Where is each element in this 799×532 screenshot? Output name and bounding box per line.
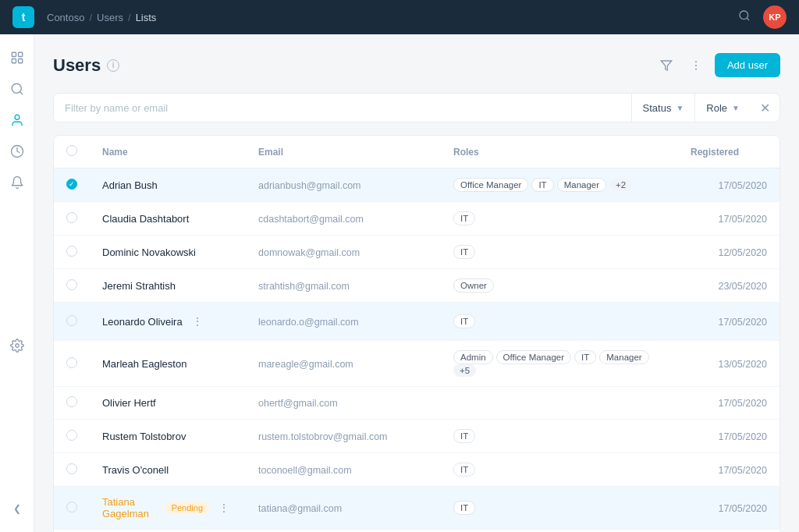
user-name: Dominic Novakowski xyxy=(102,246,196,258)
role-badge: IT xyxy=(453,501,475,515)
svg-point-0 xyxy=(740,11,748,20)
svg-rect-3 xyxy=(18,52,22,56)
status-chevron-icon: ▼ xyxy=(676,104,684,112)
role-badge: IT xyxy=(453,211,475,225)
svg-rect-5 xyxy=(18,59,22,63)
registered-date: 17/05/2020 xyxy=(718,465,767,476)
table-row: Marleah Eaglestonmareagle@gmail.comAdmin… xyxy=(54,341,779,387)
select-all-checkbox[interactable] xyxy=(66,145,77,156)
pending-badge: Pending xyxy=(165,502,209,514)
role-badge: IT xyxy=(453,463,475,477)
more-options-button[interactable] xyxy=(685,55,707,76)
name-cell: Dominic Novakowski xyxy=(102,246,233,258)
user-avatar[interactable]: KP xyxy=(763,5,787,29)
roles-cell: Office Manager xyxy=(441,530,678,533)
table-row: Dominic Novakowskidomnowak@gmail.comIT12… xyxy=(54,236,779,269)
registered-date: 17/05/2020 xyxy=(718,214,767,225)
row-checkbox[interactable] xyxy=(66,279,77,290)
roles-cell: IT xyxy=(441,487,678,530)
table-row: Tatiana GagelmanPending⋮tatiana@gmail.co… xyxy=(54,487,779,530)
row-checkbox[interactable] xyxy=(66,357,77,368)
user-email: leonardo.o@gmail.com xyxy=(258,317,359,328)
roles-cell: IT xyxy=(441,303,678,341)
table-row: Leonardo Oliveira⋮leonardo.o@gmail.comIT… xyxy=(54,303,779,341)
user-email: mareagle@gmail.com xyxy=(258,359,353,370)
registered-date: 17/05/2020 xyxy=(718,317,767,328)
name-cell: Marleah Eagleston xyxy=(102,358,233,370)
col-header-email: Email xyxy=(246,136,441,168)
breadcrumb-users[interactable]: Users xyxy=(97,12,123,23)
svg-rect-4 xyxy=(12,59,16,63)
role-filter-button[interactable]: Role ▼ xyxy=(695,96,751,120)
breadcrumb-current: Lists xyxy=(136,12,157,23)
header-actions: Add user xyxy=(655,53,780,77)
add-user-button[interactable]: Add user xyxy=(715,53,780,77)
row-checkbox[interactable] xyxy=(66,315,77,326)
filter-input[interactable] xyxy=(54,94,631,122)
breadcrumb: Contoso / Users / Lists xyxy=(47,12,156,23)
row-checkbox[interactable] xyxy=(66,430,77,441)
breadcrumb-contoso[interactable]: Contoso xyxy=(47,12,84,23)
filter-button[interactable] xyxy=(655,55,677,76)
user-name: Marleah Eagleston xyxy=(102,358,186,370)
user-name: Adrian Bush xyxy=(102,179,158,191)
table-header-row: Name Email Roles Registered xyxy=(54,136,779,168)
row-checkbox[interactable] xyxy=(66,502,77,512)
user-name: Jeremi Strahtish xyxy=(102,280,176,292)
user-email: domnowak@gmail.com xyxy=(258,247,360,258)
user-name: Olivier Hertf xyxy=(102,397,156,409)
roles-cell: Owner xyxy=(441,269,678,303)
user-email: tatiana@gmail.com xyxy=(258,503,342,514)
table-row: Claudia Dashtabortcdashtabort@gmail.comI… xyxy=(54,202,779,236)
sidebar-item-activity[interactable] xyxy=(3,137,31,165)
roles-cell: IT xyxy=(441,453,678,487)
table-row: Adrian Bushadrianbush@gmail.comOffice Ma… xyxy=(54,168,779,202)
svg-line-7 xyxy=(20,91,22,94)
role-badge: Manager xyxy=(599,350,648,364)
role-chevron-icon: ▼ xyxy=(732,104,740,112)
user-name: Leonardo Oliveira xyxy=(102,316,183,328)
sidebar-item-users[interactable] xyxy=(3,106,31,134)
name-cell: Rustem Tolstobrov xyxy=(102,431,233,442)
table-row: Travis O'conelltoconoell@gmail.comIT17/0… xyxy=(54,453,779,487)
top-nav: t Contoso / Users / Lists KP xyxy=(0,0,799,34)
info-icon[interactable]: i xyxy=(107,59,119,72)
search-button[interactable] xyxy=(735,6,754,28)
role-badge: IT xyxy=(453,314,475,328)
row-actions-menu[interactable]: ⋮ xyxy=(215,498,233,517)
sidebar-item-settings[interactable] xyxy=(3,332,31,360)
user-email: adrianbush@gmail.com xyxy=(258,180,361,191)
role-extra-count: +5 xyxy=(453,364,476,377)
user-email: cdashtabort@gmail.com xyxy=(258,214,364,225)
row-checkbox[interactable] xyxy=(66,212,77,223)
row-checkbox[interactable] xyxy=(66,396,77,407)
user-email: rustem.tolstobrov@gmail.com xyxy=(258,431,388,442)
logo[interactable]: t xyxy=(12,6,34,28)
role-badge: IT xyxy=(453,245,475,259)
user-email: toconoell@gmail.com xyxy=(258,465,352,476)
filter-close-button[interactable]: ✕ xyxy=(751,94,779,122)
svg-point-8 xyxy=(15,115,20,119)
svg-marker-11 xyxy=(661,61,671,70)
svg-rect-2 xyxy=(12,52,16,56)
svg-line-1 xyxy=(747,18,749,20)
roles-cell: Office ManagerITManager+2 xyxy=(441,168,678,202)
sidebar-collapse-button[interactable]: ❮ xyxy=(3,495,31,523)
sidebar-item-search[interactable] xyxy=(3,75,31,103)
status-filter-button[interactable]: Status ▼ xyxy=(632,96,695,120)
user-name: Claudia Dashtabort xyxy=(102,213,189,225)
row-checkbox[interactable] xyxy=(66,246,77,257)
row-checkbox[interactable] xyxy=(66,463,77,474)
registered-date: 23/05/2020 xyxy=(718,281,767,292)
sidebar-item-notifications[interactable] xyxy=(3,168,31,197)
roles-cell: IT xyxy=(441,202,678,236)
row-actions-menu[interactable]: ⋮ xyxy=(189,312,207,331)
registered-date: 17/05/2020 xyxy=(718,398,767,409)
registered-date: 13/05/2020 xyxy=(718,359,767,370)
col-header-registered: Registered xyxy=(678,136,779,168)
role-badge: IT xyxy=(531,178,553,192)
name-cell: Travis O'conell xyxy=(102,464,233,476)
role-extra-count: +2 xyxy=(609,179,632,191)
sidebar-item-dashboard[interactable] xyxy=(3,44,31,72)
row-checkbox[interactable] xyxy=(66,179,77,190)
